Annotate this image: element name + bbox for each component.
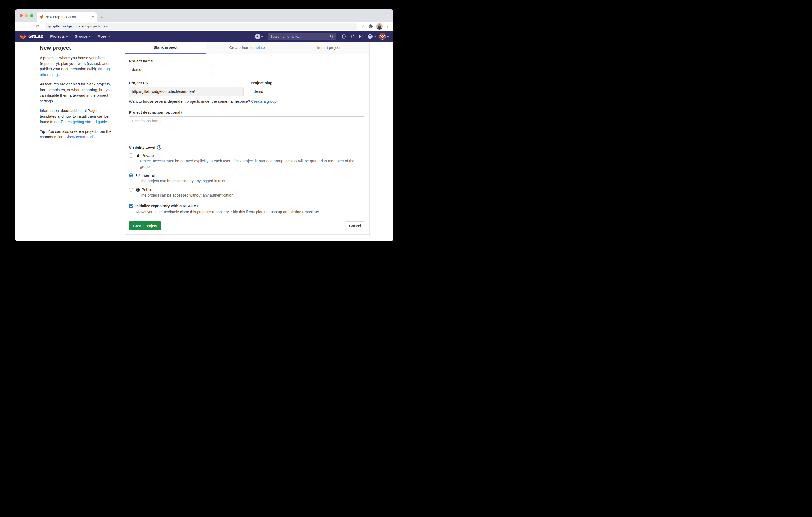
tab-title: New Project · GitLab — [46, 15, 90, 19]
shield-icon — [136, 173, 140, 178]
user-menu-button[interactable] — [379, 33, 389, 40]
question-icon: ? — [368, 34, 373, 39]
chevron-down-icon — [374, 35, 376, 37]
new-tab-button[interactable]: + — [100, 14, 103, 20]
chevron-down-icon — [387, 35, 389, 37]
browser-tab[interactable]: New Project · GitLab × — [37, 12, 97, 22]
info-paragraph: Information about additional Pages templ… — [40, 108, 114, 125]
gitlab-wordmark: GitLab — [28, 34, 44, 39]
lock-icon — [136, 153, 140, 158]
url-domain: gitlab.widgetcorp.tech — [53, 24, 87, 28]
back-button[interactable]: ← — [18, 24, 24, 29]
extensions-icon[interactable] — [368, 24, 373, 29]
new-menu-button[interactable]: + — [255, 34, 263, 39]
new-project-info-column: New project A project is where you house… — [40, 42, 114, 144]
user-avatar — [379, 33, 386, 40]
reload-button[interactable]: ↻ — [34, 24, 41, 29]
help-menu-button[interactable]: ? — [368, 34, 375, 39]
close-window-button[interactable] — [20, 14, 23, 17]
pages-guide-link[interactable]: Pages getting started guide — [61, 120, 107, 124]
readme-description: Allows you to immediately clone this pro… — [135, 210, 365, 214]
chevron-down-icon — [89, 35, 91, 37]
visibility-help-icon[interactable]: ? — [157, 145, 162, 150]
chevron-down-icon — [108, 35, 110, 37]
todos-icon[interactable] — [359, 34, 364, 39]
info-paragraph: All features are enabled for blank proje… — [40, 82, 114, 104]
browser-window: New Project · GitLab × + ← → ↻ gitlab.wi… — [15, 9, 394, 241]
gitlab-favicon — [39, 15, 44, 19]
chevron-down-icon — [261, 35, 263, 37]
browser-toolbar: ← → ↻ gitlab.widgetcorp.tech/projects/ne… — [15, 22, 394, 31]
zoom-window-button[interactable] — [30, 14, 33, 17]
project-description-textarea[interactable] — [129, 116, 365, 137]
plus-icon: + — [255, 34, 260, 39]
info-paragraph: A project is where you house your files … — [40, 55, 114, 78]
minimize-window-button[interactable] — [25, 14, 28, 17]
search-input[interactable] — [270, 34, 330, 38]
nav-menu-groups[interactable]: Groups — [75, 34, 91, 38]
radio-internal[interactable] — [129, 173, 133, 178]
chevron-down-icon — [66, 35, 68, 37]
page-content: New project A project is where you house… — [15, 41, 394, 241]
bookmark-star-icon[interactable]: ☆ — [361, 24, 365, 29]
browser-tab-strip: New Project · GitLab × + — [15, 9, 394, 22]
project-type-tabs: Blank project Create from template Impor… — [125, 41, 369, 54]
project-url-label: Project URL — [129, 81, 243, 85]
globe-icon — [136, 188, 140, 192]
blank-project-form: Project name Project URL Project slug Wa… — [125, 54, 369, 235]
project-slug-input[interactable] — [251, 87, 366, 96]
tab-close-icon[interactable]: × — [92, 15, 94, 19]
nav-menu-more[interactable]: More — [97, 34, 109, 38]
project-slug-label: Project slug — [251, 81, 366, 85]
merge-requests-icon[interactable] — [350, 34, 355, 39]
address-bar[interactable]: gitlab.widgetcorp.tech/projects/new — [45, 23, 357, 30]
tab-blank-project[interactable]: Blank project — [125, 41, 206, 54]
radio-public[interactable] — [129, 188, 133, 192]
tab-import-project[interactable]: Import project — [288, 41, 369, 54]
readme-section: Initialize repository with a README Allo… — [129, 204, 365, 214]
visibility-level-label: Visibility Level — [129, 145, 155, 150]
url-path: /projects/new — [87, 24, 108, 28]
visibility-option-public: Public The project can be accessed witho… — [129, 187, 365, 198]
global-search — [268, 33, 337, 40]
gitlab-navbar: GitLab Projects Groups More + — [15, 31, 394, 41]
create-group-link[interactable]: Create a group. — [251, 99, 278, 103]
project-name-input[interactable] — [129, 65, 213, 74]
lock-icon — [48, 25, 51, 28]
visibility-option-private: Private Project access must be granted e… — [129, 153, 365, 170]
forward-button[interactable]: → — [26, 24, 33, 29]
issues-icon[interactable] — [342, 34, 347, 39]
gitlab-logo-icon — [20, 33, 26, 40]
radio-private[interactable] — [129, 153, 133, 158]
show-command-link[interactable]: Show command — [65, 135, 93, 139]
namespace-hint: Want to house several dependent projects… — [129, 99, 365, 103]
tab-create-from-template[interactable]: Create from template — [206, 41, 288, 54]
search-icon — [330, 34, 334, 38]
nav-menu-projects[interactable]: Projects — [50, 34, 68, 38]
browser-profile-avatar[interactable] — [376, 23, 383, 30]
tip-paragraph: Tip: You can also create a project from … — [40, 129, 114, 140]
readme-label: Initialize repository with a README — [135, 204, 199, 208]
readme-checkbox[interactable] — [129, 204, 133, 208]
project-description-label: Project description (optional) — [129, 110, 365, 115]
project-name-label: Project name — [129, 59, 365, 63]
traffic-lights — [20, 14, 33, 17]
visibility-option-internal: Internal The project can be accessed by … — [129, 173, 365, 184]
page-title: New project — [40, 45, 114, 51]
create-project-button[interactable]: Create project — [129, 221, 161, 230]
browser-menu-icon[interactable]: ⋮ — [386, 24, 390, 29]
cancel-button[interactable]: Cancel — [345, 221, 365, 230]
project-url-input[interactable] — [129, 87, 243, 96]
gitlab-home-link[interactable]: GitLab — [20, 33, 44, 40]
new-project-panel: Blank project Create from template Impor… — [125, 41, 370, 235]
